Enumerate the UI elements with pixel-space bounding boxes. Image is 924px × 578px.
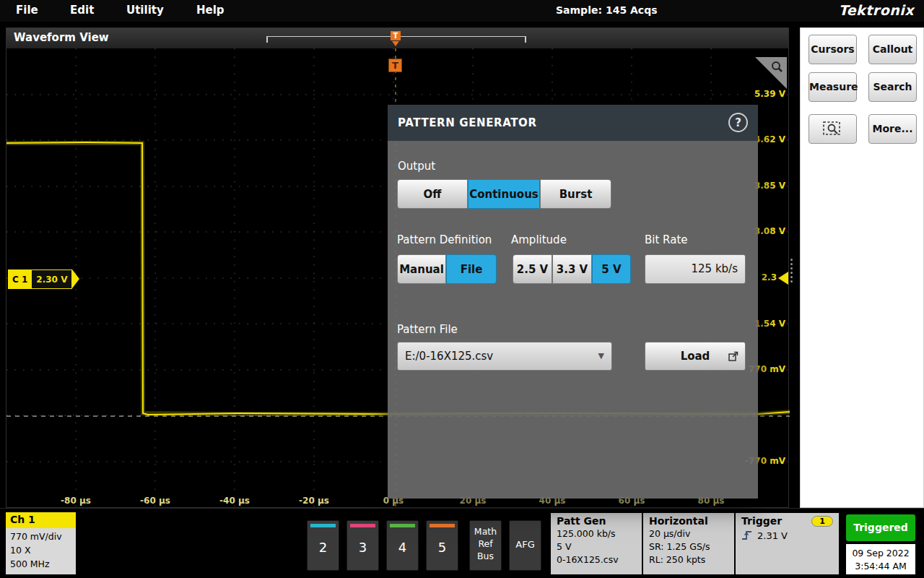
patt-gen-file: 0-16X125.csv [557,553,642,566]
right-toolbar: Cursors Callout Measure Search More... [800,27,924,508]
measure-button[interactable]: Measure [808,72,857,102]
load-button[interactable]: Load [645,342,746,371]
pattern-definition-label: Pattern Definition [397,233,492,246]
volt-label: 5.39 V [754,89,785,99]
volt-label: 1.54 V [754,319,785,329]
time-value: 3:54:44 AM [846,560,915,573]
horizontal-sample-rate: SR: 1.25 GS/s [649,540,734,553]
menu-utility[interactable]: Utility [126,4,164,17]
horizontal-record-length: RL: 250 kpts [649,553,734,566]
results-drawer-handle-icon[interactable] [790,259,793,282]
patt-gen-panel[interactable]: Patt Gen 125.000 kb/s 5 V 0-16X125.csv [551,513,642,574]
dialog-body: Output Off Continuous Burst Pattern Defi… [388,141,758,499]
more-button[interactable]: More... [868,114,917,144]
output-off-button[interactable]: Off [397,179,468,209]
cursors-button[interactable]: Cursors [808,35,857,64]
channel-4-label: 4 [387,540,418,555]
horizontal-scale: 20 µs/div [649,527,734,540]
ch1-attenuation: 10 X [10,544,76,558]
ch1-scale: 770 mV/div [10,530,76,544]
time-label: -80 µs [61,496,91,506]
ch1-panel-title: Ch 1 [6,512,76,528]
help-icon[interactable]: ? [728,113,748,132]
channel-4-color-stripe [390,524,415,527]
pattern-file-label: Pattern File [397,323,458,336]
volt-label: 3.08 V [754,226,785,236]
patt-gen-title: Patt Gen [557,515,642,527]
bit-rate-label: Bit Rate [645,233,688,246]
channel-2-button[interactable]: 2 [307,520,339,571]
bottom-bar: Ch 1 770 mV/div 10 X 500 MHz 2 3 4 5 Mat… [0,508,924,578]
waveform-view-title: Waveform View [14,31,109,44]
trigger-status-badge: Triggered [846,514,915,541]
ch1-handle-label: C 1 [8,269,32,289]
menu-file[interactable]: File [16,4,38,17]
zoom-box-icon [822,120,844,137]
external-link-icon [728,350,739,362]
channel-3-color-stripe [350,524,375,527]
rising-edge-icon [741,530,753,541]
trigger-title: Trigger [741,515,782,527]
ch1-handle-tip [72,269,79,288]
math-ref-bus-button[interactable]: Math Ref Bus [469,520,502,571]
zoom-mode-button[interactable] [808,114,857,144]
trigger-position-arrow-icon [392,41,399,46]
load-button-label: Load [681,350,710,363]
pattern-file-button[interactable]: File [446,254,497,284]
menu-bar: File Edit Utility Help Sample: 145 Acqs … [0,0,924,22]
trigger-position-marker-small[interactable]: T [391,31,401,40]
date-value: 09 Sep 2022 [846,547,915,560]
time-label: -20 µs [299,496,329,506]
patt-gen-amplitude: 5 V [557,540,642,553]
pattern-file-value: E:/0-16X125.csv [405,350,493,363]
time-label: -40 µs [219,496,250,506]
ch1-panel-body: 770 mV/div 10 X 500 MHz [6,528,76,574]
output-burst-button[interactable]: Burst [540,179,611,209]
datetime-display: 09 Sep 2022 3:54:44 AM [846,544,915,574]
volt-label: 2.3 [762,272,777,282]
waveform-view-header: Waveform View T [6,28,788,48]
menu-help[interactable]: Help [196,4,225,17]
menu-edit[interactable]: Edit [70,4,94,17]
channel-3-button[interactable]: 3 [346,520,379,571]
trigger-panel[interactable]: Trigger 1 2.31 V [736,513,839,574]
callout-button[interactable]: Callout [868,35,917,64]
amplitude-label: Amplitude [511,233,567,246]
ch1-settings-panel[interactable]: Ch 1 770 mV/div 10 X 500 MHz [6,512,76,574]
horizontal-panel[interactable]: Horizontal 20 µs/div SR: 1.25 GS/s RL: 2… [643,513,734,574]
horizontal-title: Horizontal [649,515,734,527]
volt-label: 3.85 V [754,181,785,191]
ch1-level-arrow-icon[interactable] [778,272,788,285]
bus-label: Bus [470,551,501,563]
bit-rate-input[interactable]: 125 kb/s [645,254,746,284]
dialog-title: PATTERN GENERATOR [398,116,537,129]
amplitude-5v-button[interactable]: 5 V [592,254,631,284]
ch1-handle-value: 2.30 V [32,269,72,289]
trigger-indicator-badge[interactable]: T [388,59,402,72]
magnifier-icon [770,60,784,74]
amplitude-3v3-button[interactable]: 3.3 V [552,254,592,284]
trigger-level-value: 2.31 V [757,530,788,541]
ref-label: Ref [470,538,501,551]
trigger-source-badge: 1 [811,516,833,527]
channel-2-color-stripe [310,524,336,527]
output-continuous-button[interactable]: Continuous [468,179,540,209]
volt-label: 4.62 V [754,134,785,144]
channel-2-label: 2 [308,540,339,555]
patt-gen-bitrate: 125.000 kb/s [557,527,642,540]
afg-button[interactable]: AFG [509,520,541,571]
channel-5-button[interactable]: 5 [426,520,458,571]
channel-3-label: 3 [347,540,378,555]
time-label: -60 µs [140,496,170,506]
channel-5-label: 5 [427,540,458,555]
pattern-file-dropdown[interactable]: E:/0-16X125.csv ▼ [397,342,612,371]
channel-5-color-stripe [430,524,455,527]
pattern-manual-button[interactable]: Manual [397,254,446,284]
pattern-generator-dialog: PATTERN GENERATOR ? Output Off Continuou… [388,105,758,499]
amplitude-2v5-button[interactable]: 2.5 V [513,254,552,284]
math-label: Math [470,526,501,538]
search-button[interactable]: Search [868,72,917,102]
channel-4-button[interactable]: 4 [386,520,419,571]
ch1-handle-badge[interactable]: C 1 2.30 V [8,269,79,289]
ch1-bandwidth: 500 MHz [10,558,76,571]
